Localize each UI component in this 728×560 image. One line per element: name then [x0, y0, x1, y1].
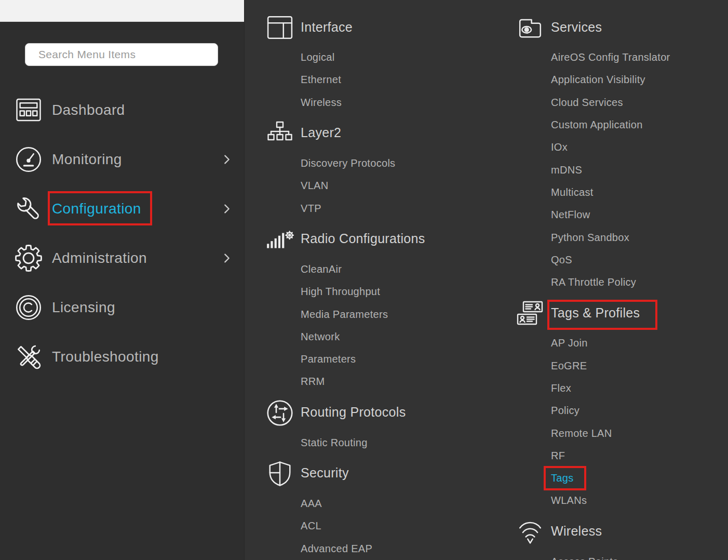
menu-item-discovery-protocols[interactable]: Discovery Protocols: [301, 152, 494, 175]
menu-item-label: AAA: [301, 498, 322, 510]
menu-section-title-text: Radio Configurations: [301, 231, 425, 246]
menu-section-radio-configurations: Radio ConfigurationsCleanAirHigh Through…: [265, 228, 494, 393]
menu-section-interface: InterfaceLogicalEthernetWireless: [265, 16, 494, 114]
menu-item-label: Static Routing: [301, 437, 368, 449]
sidebar: DashboardMonitoringConfigurationAdminist…: [0, 22, 244, 560]
chevron-right-icon: [221, 252, 233, 264]
menu-item-network[interactable]: Network: [301, 326, 494, 348]
menu-item-ap-join[interactable]: AP Join: [551, 332, 728, 354]
menu-item-rf[interactable]: RF: [551, 445, 728, 467]
menu-item-label: RF: [551, 450, 565, 462]
menu-item-label: Discovery Protocols: [301, 157, 395, 169]
menu-section-title-wireless: Wireless: [551, 520, 728, 543]
menu-item-rrm[interactable]: RRM: [301, 370, 494, 393]
menu-item-python-sandbox[interactable]: Python Sandbox: [551, 226, 728, 248]
menu-item-media-parameters[interactable]: Media Parameters: [301, 303, 494, 325]
menu-item-cleanair[interactable]: CleanAir: [301, 258, 494, 281]
menu-item-ethernet[interactable]: Ethernet: [301, 69, 494, 91]
configuration-flyout: InterfaceLogicalEthernetWirelessLayer2Di…: [244, 0, 728, 560]
chevron-right-icon: [221, 203, 233, 215]
menu-item-label: Access Points: [551, 556, 618, 560]
sidebar-item-troubleshooting[interactable]: Troubleshooting: [0, 332, 244, 381]
menu-section-title-text: Security: [301, 465, 349, 481]
menu-item-label: Media Parameters: [301, 309, 388, 321]
menu-section-title-text: Interface: [301, 20, 353, 35]
menu-item-ra-throttle-policy[interactable]: RA Throttle Policy: [551, 271, 728, 294]
menu-item-aaa[interactable]: AAA: [301, 492, 494, 515]
sidebar-menu: DashboardMonitoringConfigurationAdminist…: [0, 85, 244, 381]
menu-item-multicast[interactable]: Multicast: [551, 181, 728, 204]
sidebar-item-label: Administration: [52, 250, 147, 266]
menu-item-access-points[interactable]: Access Points: [551, 551, 728, 560]
menu-item-label: Parameters: [301, 353, 356, 365]
menu-section-title-tags-profiles: Tags & Profiles: [551, 301, 728, 324]
chevron-right-icon: [221, 153, 233, 166]
menu-item-remote-lan[interactable]: Remote LAN: [551, 422, 728, 444]
menu-item-cloud-services[interactable]: Cloud Services: [551, 91, 728, 114]
menu-item-advanced-eap[interactable]: Advanced EAP: [301, 537, 494, 559]
sidebar-item-licensing[interactable]: Licensing: [0, 283, 244, 332]
menu-item-flex[interactable]: Flex: [551, 377, 728, 399]
menu-item-label: Advanced EAP: [301, 543, 372, 555]
menu-item-mdns[interactable]: mDNS: [551, 158, 728, 181]
menu-item-policy[interactable]: Policy: [551, 399, 728, 422]
wireless-icon: [516, 520, 545, 544]
menu-item-application-visibility[interactable]: Application Visibility: [551, 69, 728, 91]
menu-item-netflow[interactable]: NetFlow: [551, 204, 728, 226]
menu-item-custom-application[interactable]: Custom Application: [551, 114, 728, 136]
monitoring-icon: [14, 146, 43, 173]
sidebar-item-dashboard[interactable]: Dashboard: [0, 85, 244, 135]
sidebar-item-label: Licensing: [52, 299, 115, 316]
menu-section-title-text: Routing Protocols: [301, 405, 406, 420]
menu-item-label: Flex: [551, 382, 571, 394]
menu-item-qos[interactable]: QoS: [551, 249, 728, 271]
menu-item-label: Python Sandbox: [551, 232, 629, 244]
menu-item-label: AireOS Config Translator: [551, 51, 670, 63]
menu-item-label: Wireless: [301, 97, 342, 109]
menu-item-wireless[interactable]: Wireless: [301, 91, 494, 114]
menu-item-logical[interactable]: Logical: [301, 46, 494, 69]
menu-item-label: VLAN: [301, 180, 328, 192]
menu-item-eogre[interactable]: EoGRE: [551, 355, 728, 377]
menu-item-parameters[interactable]: Parameters: [301, 348, 494, 370]
search-box[interactable]: [25, 43, 218, 66]
menu-item-high-throughput[interactable]: High Throughput: [301, 281, 494, 303]
menu-item-acl[interactable]: ACL: [301, 515, 494, 537]
menu-item-vtp[interactable]: VTP: [301, 197, 494, 219]
menu-item-label: Remote LAN: [551, 428, 612, 439]
highlight-box-tags: [544, 466, 586, 490]
menu-item-label: Application Visibility: [551, 74, 645, 86]
menu-section-title-radio-configurations: Radio Configurations: [301, 228, 494, 250]
highlight-box-configuration: [48, 191, 152, 225]
sidebar-item-configuration[interactable]: Configuration: [0, 184, 244, 233]
menu-item-tags[interactable]: Tags: [551, 467, 728, 489]
menu-section-tags-profiles: Tags & ProfilesAP JoinEoGREFlexPolicyRem…: [516, 301, 728, 512]
sidebar-item-administration[interactable]: Administration: [0, 233, 244, 283]
sidebar-item-label: Dashboard: [52, 102, 125, 118]
menu-section-title-layer2: Layer2: [301, 122, 494, 144]
menu-item-iox[interactable]: IOx: [551, 136, 728, 158]
security-icon: [265, 462, 294, 486]
services-icon: [516, 16, 545, 39]
flyout-column-2: ServicesAireOS Config TranslatorApplicat…: [516, 0, 728, 560]
interface-icon: [265, 16, 294, 39]
menu-item-aireos-config-translator[interactable]: AireOS Config Translator: [551, 46, 728, 69]
menu-section-title-text: Layer2: [301, 125, 341, 140]
routing-protocols-icon: [265, 401, 294, 425]
menu-item-label: NetFlow: [551, 209, 590, 221]
search-input[interactable]: [38, 48, 218, 61]
menu-item-static-routing[interactable]: Static Routing: [301, 432, 494, 454]
configuration-icon: [14, 194, 43, 224]
menu-item-label: mDNS: [551, 164, 582, 176]
menu-section-services: ServicesAireOS Config TranslatorApplicat…: [516, 16, 728, 294]
licensing-icon: [14, 294, 43, 321]
menu-section-title-security: Security: [301, 462, 494, 485]
menu-section-title-services: Services: [551, 16, 728, 38]
sidebar-item-monitoring[interactable]: Monitoring: [0, 135, 244, 184]
layer2-icon: [265, 122, 294, 145]
menu-item-wlans[interactable]: WLANs: [551, 489, 728, 512]
menu-item-vlan[interactable]: VLAN: [301, 175, 494, 197]
menu-item-label: RRM: [301, 376, 325, 388]
menu-item-label: AP Join: [551, 337, 588, 349]
dashboard-icon: [14, 98, 43, 122]
